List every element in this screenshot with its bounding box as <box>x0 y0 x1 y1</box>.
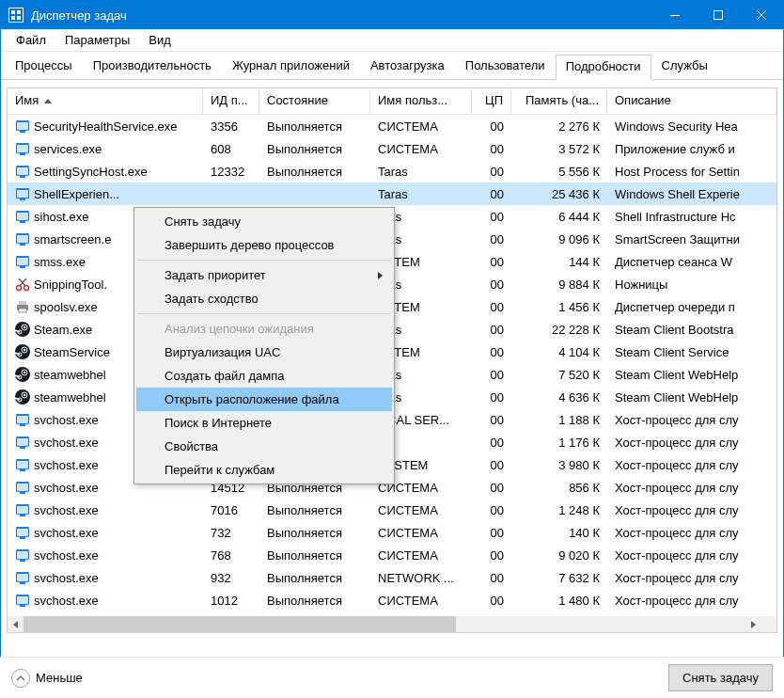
table-row[interactable]: svchost.exe732ВыполняетсяСИСТЕМА00140 КХ… <box>8 521 776 544</box>
process-mem: 22 228 К <box>511 320 607 340</box>
col-header-user[interactable]: Имя польз... <box>370 88 472 114</box>
ctx-create-dump[interactable]: Создать файл дампа <box>136 364 392 388</box>
end-task-button[interactable]: Снять задачу <box>668 664 773 691</box>
tab-services[interactable]: Службы <box>651 54 718 79</box>
process-desc: Хост-процесс для слу <box>607 546 776 565</box>
tab-startup[interactable]: Автозагрузка <box>360 54 455 79</box>
process-pid: 7016 <box>203 500 259 520</box>
close-button[interactable] <box>740 1 783 29</box>
svg-rect-6 <box>714 11 723 20</box>
app-icon <box>8 8 24 23</box>
scroll-left-arrow[interactable] <box>8 616 24 632</box>
ctx-search-online[interactable]: Поиск в Интернете <box>136 411 392 435</box>
svg-rect-23 <box>20 221 25 223</box>
svg-rect-10 <box>17 122 28 130</box>
table-row[interactable]: svchost.exe7016ВыполняетсяСИСТЕМА001 248… <box>8 499 776 521</box>
tab-users[interactable]: Пользователи <box>455 54 556 79</box>
col-header-name[interactable]: Имя <box>8 88 203 114</box>
scroll-corner <box>760 616 776 632</box>
process-icon <box>15 164 30 179</box>
ctx-priority[interactable]: Задать приоритет <box>136 263 392 287</box>
svg-rect-59 <box>20 424 25 426</box>
menu-options[interactable]: Параметры <box>55 31 139 49</box>
process-name: spoolsv.exe <box>34 300 98 314</box>
process-user: СИСТЕМА <box>370 139 472 159</box>
process-cpu: 00 <box>472 117 511 136</box>
ctx-end-task[interactable]: Снять задачу <box>136 210 392 233</box>
process-user: СИСТЕМА <box>370 117 472 136</box>
ctx-uac-virtualization[interactable]: Виртуализация UAC <box>136 341 392 364</box>
svg-line-32 <box>20 278 26 286</box>
tab-details[interactable]: Подробности <box>556 55 651 80</box>
window-title: Диспетчер задач <box>31 8 653 23</box>
process-mem: 1 176 К <box>511 433 607 452</box>
process-pid: 932 <box>203 568 259 588</box>
process-user: Taras <box>370 162 472 182</box>
fewer-details-toggle[interactable]: Меньше <box>11 669 83 688</box>
process-desc: Хост-процесс для слу <box>607 455 776 475</box>
ctx-properties[interactable]: Свойства <box>136 435 392 458</box>
svg-rect-58 <box>17 416 28 423</box>
context-menu: Снять задачу Завершить дерево процессов … <box>133 207 395 484</box>
process-cpu: 00 <box>472 184 511 204</box>
table-row[interactable]: SettingSyncHost.exe12332ВыполняетсяTaras… <box>8 160 776 182</box>
svg-rect-17 <box>20 176 25 178</box>
ctx-affinity[interactable]: Задать сходство <box>136 287 392 310</box>
process-cpu: 00 <box>472 297 511 317</box>
process-icon <box>15 186 30 201</box>
process-mem: 3 980 К <box>511 455 607 475</box>
col-header-status[interactable]: Состояние <box>259 88 370 114</box>
menu-file[interactable]: Файл <box>7 31 55 49</box>
tab-processes[interactable]: Процессы <box>5 54 83 79</box>
svg-rect-83 <box>20 605 25 607</box>
process-mem: 2 276 К <box>511 117 607 136</box>
horizontal-scrollbar[interactable] <box>8 616 760 632</box>
col-header-mem[interactable]: Память (ча... <box>511 88 607 114</box>
scroll-track[interactable] <box>24 616 745 632</box>
process-user: СИСТЕМА <box>370 591 472 611</box>
titlebar: Диспетчер задач <box>1 1 783 29</box>
process-cpu: 00 <box>472 500 511 520</box>
process-pid: 12332 <box>203 162 259 182</box>
process-mem: 7 632 К <box>511 568 607 588</box>
svg-rect-20 <box>20 198 25 200</box>
ctx-end-tree[interactable]: Завершить дерево процессов <box>136 233 392 257</box>
tab-performance[interactable]: Производительность <box>83 54 222 79</box>
process-mem: 7 520 К <box>511 365 607 385</box>
scroll-thumb[interactable] <box>24 616 456 632</box>
col-header-cpu[interactable]: ЦП <box>472 88 511 114</box>
col-header-pid[interactable]: ИД п... <box>203 88 259 114</box>
table-row[interactable]: services.exe608ВыполняетсяСИСТЕМА003 572… <box>8 137 776 160</box>
table-row[interactable]: SecurityHealthService.exe3356Выполняется… <box>8 115 776 137</box>
process-name: smartscreen.e <box>34 232 111 246</box>
tab-app-history[interactable]: Журнал приложений <box>222 54 360 79</box>
ctx-open-file-location[interactable]: Открыть расположение файла <box>136 388 392 411</box>
ctx-goto-services[interactable]: Перейти к службам <box>136 458 392 482</box>
menu-view[interactable]: Вид <box>139 31 180 49</box>
process-mem: 6 444 К <box>511 207 607 227</box>
process-name: svchost.exe <box>34 413 99 427</box>
svg-rect-14 <box>20 153 25 155</box>
process-mem: 3 572 К <box>511 139 607 159</box>
minimize-button[interactable] <box>653 1 697 29</box>
svg-point-54 <box>24 394 25 396</box>
process-cpu: 00 <box>472 162 511 182</box>
process-icon <box>15 231 30 246</box>
svg-rect-11 <box>20 131 25 133</box>
process-user: СИСТЕМА <box>370 523 472 543</box>
table-row[interactable]: svchost.exe768ВыполняетсяСИСТЕМА009 020 … <box>8 544 776 566</box>
svg-rect-67 <box>17 484 28 491</box>
table-row[interactable]: svchost.exe1012ВыполняетсяСИСТЕМА001 480… <box>8 589 776 611</box>
maximize-button[interactable] <box>697 1 740 29</box>
table-row[interactable]: svchost.exe932ВыполняетсяNETWORK ...007 … <box>8 566 776 589</box>
svg-rect-76 <box>17 551 28 559</box>
process-cpu: 00 <box>472 275 511 294</box>
scroll-right-arrow[interactable] <box>745 616 760 632</box>
col-header-desc[interactable]: Описание <box>607 88 776 114</box>
process-name: SteamService <box>34 345 110 359</box>
table-row[interactable]: ShellExperien...Taras0025 436 КWindows S… <box>8 182 776 205</box>
process-cpu: 00 <box>472 478 511 498</box>
svg-rect-77 <box>20 560 25 562</box>
process-desc: Приложение служб и <box>607 139 776 159</box>
process-desc: Steam Client WebHelp <box>607 388 776 407</box>
